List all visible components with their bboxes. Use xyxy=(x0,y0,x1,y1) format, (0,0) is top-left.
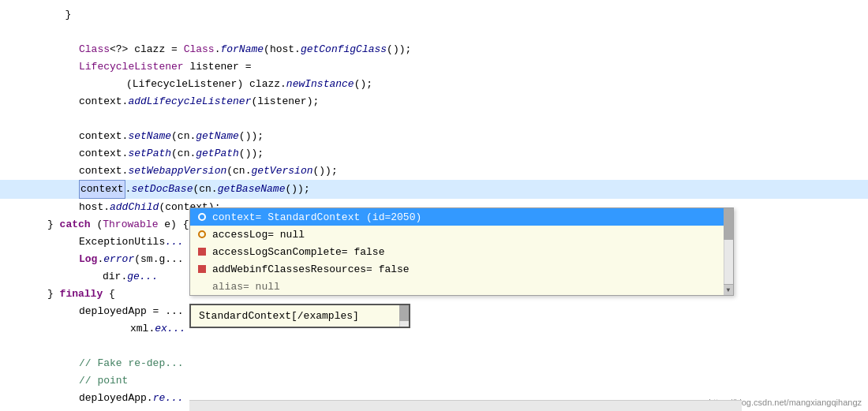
code-line: context.setPath(cn.getPath()); xyxy=(0,145,868,163)
code-line: Class<?> clazz = Class.forName(host.getC… xyxy=(0,41,868,58)
tooltip-scrollbar[interactable] xyxy=(399,305,409,327)
code-content: } Class<?> clazz = Class.forName(host.ge… xyxy=(0,0,868,407)
tooltip-scrollbar-thumb[interactable] xyxy=(399,305,409,321)
svg-point-0 xyxy=(199,214,205,220)
svg-point-1 xyxy=(199,231,205,237)
scrollbar-arrow-down[interactable]: ▼ xyxy=(724,284,733,295)
code-line-highlighted: context.setDocBase(cn.getBaseName()); xyxy=(0,180,868,199)
access-log-icon xyxy=(196,229,208,240)
code-line: context.addLifecycleListener(listener); xyxy=(0,93,868,110)
svg-rect-3 xyxy=(198,265,206,273)
dropdown-scrollbar[interactable]: ▼ xyxy=(724,208,733,295)
dropdown-item[interactable]: addWebinfClassesResources= false xyxy=(190,260,733,278)
code-line: LifecycleListener listener = xyxy=(0,58,868,76)
context-icon xyxy=(196,211,208,222)
svg-rect-2 xyxy=(198,248,206,256)
code-line: context.setWebappVersion(cn.getVersion()… xyxy=(0,163,868,180)
tooltip-box: StandardContext[/examples] xyxy=(189,304,410,328)
code-line: deployedApp = ... xyxy=(0,303,868,320)
horizontal-scrollbar[interactable] xyxy=(189,400,742,411)
code-line xyxy=(0,338,868,355)
access-log-scan-icon xyxy=(196,246,208,257)
editor-area: } Class<?> clazz = Class.forName(host.ge… xyxy=(0,0,868,411)
code-line: xml.ex... xyxy=(0,320,868,338)
code-line xyxy=(0,24,868,41)
dropdown-item[interactable]: context= StandardContext (id=2050) xyxy=(190,208,733,226)
autocomplete-dropdown[interactable]: context= StandardContext (id=2050) acces… xyxy=(189,207,734,296)
dropdown-item-label: context= StandardContext (id=2050) xyxy=(212,211,421,223)
tooltip-text: StandardContext[/examples] xyxy=(199,310,359,322)
dropdown-item[interactable]: accessLogScanComplete= false xyxy=(190,243,733,260)
dropdown-item-label: addWebinfClassesResources= false xyxy=(212,263,410,275)
code-line: // point xyxy=(0,372,868,390)
dropdown-item-label: alias= null xyxy=(212,281,280,293)
alias-icon xyxy=(196,281,208,292)
code-line: // Fake re-dep... xyxy=(0,355,868,372)
code-line: } xyxy=(0,6,868,24)
dropdown-item-label: accessLog= null xyxy=(212,229,305,241)
dropdown-list: context= StandardContext (id=2050) acces… xyxy=(190,208,733,295)
dropdown-item[interactable]: accessLog= null xyxy=(190,226,733,243)
dropdown-item-label: accessLogScanComplete= false xyxy=(212,246,384,258)
add-webinf-icon xyxy=(196,263,208,275)
code-line: context.setName(cn.getName()); xyxy=(0,128,868,145)
code-line: (LifecycleListener) clazz.newInstance(); xyxy=(0,76,868,93)
code-line xyxy=(0,110,868,128)
scrollbar-thumb[interactable] xyxy=(724,208,733,240)
dropdown-item[interactable]: alias= null xyxy=(190,278,733,295)
